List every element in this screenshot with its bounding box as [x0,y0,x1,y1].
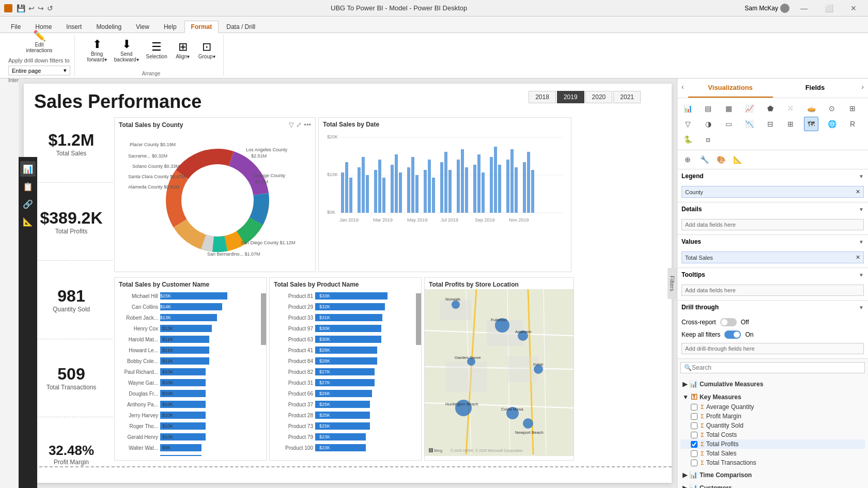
time-comparison-header[interactable]: ▶ 📊 Time Comparison [680,469,865,480]
drill-through-header[interactable]: Drill through ▼ [677,301,868,314]
svg-rect-57 [506,160,509,213]
legend-header[interactable]: Legend ▼ [677,169,868,183]
tab-modeling[interactable]: Modeling [89,21,128,33]
viz-line-chart-icon[interactable]: 📈 [742,101,757,116]
refresh-icon[interactable]: ↺ [47,4,53,12]
minimize-button[interactable]: — [794,0,814,17]
cross-report-track[interactable] [720,318,737,326]
fields-search-input[interactable] [692,364,861,371]
viz-treemap-icon[interactable]: ⊞ [845,101,860,116]
details-header[interactable]: Details ▼ [677,202,868,216]
fields-search-box[interactable]: 🔍 [680,362,865,373]
send-backward-label: Sendbackward▾ [114,51,139,62]
chevron-right-icon: ▶ [683,381,687,388]
field-total-transactions[interactable]: Σ Total Transactions [680,458,865,467]
viz-scatter-chart-icon[interactable]: ⁙ [783,101,798,116]
viz-map-icon[interactable]: 🗺 [804,117,818,131]
legend-field-county[interactable]: County ✕ [681,186,864,198]
align-button[interactable]: ⊞ Align▾ [173,39,193,60]
details-field-placeholder[interactable]: Add data fields here [681,219,864,230]
filters-toggle-button[interactable]: Filters [668,268,677,299]
maximize-button[interactable]: ⬜ [818,0,839,17]
checkbox-quantity-sold[interactable] [691,422,698,429]
interactions-dropdown[interactable]: Entire page ▾ [8,66,70,75]
drill-through-placeholder[interactable]: Add drill-through fields here [681,343,864,354]
viz-card-icon[interactable]: ▭ [722,117,736,131]
expand-icon[interactable]: › [857,78,868,98]
tab-fields[interactable]: Fields [773,78,858,98]
undo-icon[interactable]: ↩ [28,4,35,12]
edit-interactions-button[interactable]: ✏️ Editinteractions [8,28,70,54]
tooltips-placeholder[interactable]: Add data fields here [681,285,864,296]
year-2018-button[interactable]: 2018 [529,91,556,103]
viz-clustered-bar-icon[interactable]: ▦ [722,101,736,116]
redo-icon[interactable]: ↪ [38,4,44,12]
details-section: Details ▼ Add data fields here [677,202,868,235]
viz-filled-map-icon[interactable]: 🌐 [825,117,839,131]
key-measures-header[interactable]: ▼ ⚿ Key Measures [680,391,865,402]
values-header[interactable]: Values ▼ [677,235,868,248]
checkbox-total-costs[interactable] [691,432,698,438]
arrange-group: ⬆ Bringforward▾ ⬇ Sendbackward▾ ☰ Select… [79,35,224,76]
bring-forward-button[interactable]: ⬆ Bringforward▾ [85,37,109,64]
close-button[interactable]: ✕ [843,0,864,17]
svg-text:San Diego County $1.12M: San Diego County $1.12M [241,240,296,245]
field-average-quantity[interactable]: Σ Average Quantity [680,402,865,412]
viz-stacked-bar-icon[interactable]: ▤ [701,101,716,116]
viz-python-icon[interactable]: 🐍 [680,132,695,147]
focus-icon[interactable]: ⤢ [296,121,302,129]
viz-analytics-icon[interactable]: 📐 [730,152,745,167]
year-2021-button[interactable]: 2021 [613,91,641,103]
collapse-icon[interactable]: ‹ [677,78,688,98]
viz-pie-chart-icon[interactable]: 🥧 [804,101,818,116]
viz-gauge-icon[interactable]: ◑ [701,117,716,131]
tab-data-drill[interactable]: Data / Drill [220,21,262,33]
viz-table-icon[interactable]: ⊟ [763,117,778,131]
filter-icon[interactable]: ▽ [289,121,294,129]
field-total-costs[interactable]: Σ Total Costs [680,430,865,439]
viz-bar-chart-icon[interactable]: 📊 [680,101,695,116]
group-button[interactable]: ⊡ Group▾ [196,39,218,60]
more-icon[interactable]: ••• [304,121,311,129]
field-quantity-sold[interactable]: Σ Quantity Sold [680,421,865,430]
customers-header[interactable]: ▶ 📊 Customers [680,482,865,488]
selection-button[interactable]: ☰ Selection [144,39,169,60]
field-total-sales[interactable]: Σ Total Sales [680,449,865,458]
keep-all-track[interactable] [724,330,741,339]
viz-matrix-icon[interactable]: ⊞ [783,117,798,131]
viz-build-icon[interactable]: 🔧 [697,152,711,167]
viz-slicer-icon[interactable]: ⧈ [701,132,716,147]
tab-visualizations[interactable]: Visualizations [688,78,773,98]
values-field-remove[interactable]: ✕ [856,254,860,261]
legend-field-remove[interactable]: ✕ [856,188,860,195]
nav-report-icon[interactable]: 📊 [20,161,36,177]
checkbox-profit-margin[interactable] [691,413,698,420]
viz-donut-chart-icon[interactable]: ⊙ [825,101,839,116]
checkbox-total-transactions[interactable] [691,460,698,466]
checkbox-total-sales[interactable] [691,450,698,457]
nav-model-icon[interactable]: 🔗 [20,196,36,212]
tab-format[interactable]: Format [184,21,219,33]
field-profit-margin[interactable]: Σ Profit Margin [680,412,865,421]
nav-dax-icon[interactable]: 📐 [20,214,36,229]
viz-more-icon[interactable]: ⊕ [680,152,695,167]
tab-view[interactable]: View [129,21,156,33]
bar-row: Product 73 $25K [274,421,417,431]
save-icon[interactable]: 💾 [17,4,25,12]
year-2020-button[interactable]: 2020 [585,91,613,103]
send-backward-button[interactable]: ⬇ Sendbackward▾ [112,37,141,64]
viz-r-visual-icon[interactable]: R [845,117,860,131]
year-2019-button[interactable]: 2019 [557,91,584,103]
field-total-profits[interactable]: Σ Total Profits [680,439,865,449]
values-field-total-sales[interactable]: Total Sales ✕ [681,251,864,263]
nav-data-icon[interactable]: 📋 [20,179,36,194]
viz-kpi-icon[interactable]: 📉 [742,117,757,131]
checkbox-average-quantity[interactable] [691,404,698,411]
viz-funnel-icon[interactable]: ▽ [680,117,695,131]
viz-format-icon[interactable]: 🎨 [714,152,728,167]
checkbox-total-profits[interactable] [691,441,698,448]
tab-help[interactable]: Help [157,21,183,33]
cumulative-measures-header[interactable]: ▶ 📊 Cumulative Measures [680,379,865,389]
viz-area-chart-icon[interactable]: ⬟ [763,101,778,116]
tooltips-header[interactable]: Tooltips ▼ [677,268,868,281]
